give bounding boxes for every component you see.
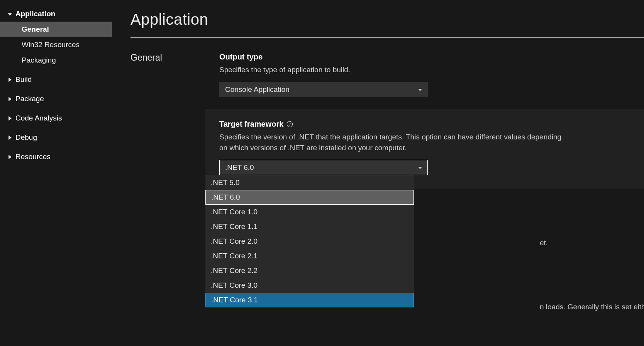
divider: [130, 37, 644, 38]
framework-option[interactable]: .NET Core 2.0: [205, 234, 414, 249]
field-title: Target framework ?: [219, 120, 630, 129]
framework-option[interactable]: .NET 6.0: [205, 190, 414, 205]
target-framework-value: .NET 6.0: [225, 163, 254, 172]
nav-item-label: Code Analysis: [15, 114, 62, 122]
nav-group-application-label: Application: [15, 10, 55, 18]
svg-marker-1: [8, 78, 12, 82]
svg-marker-3: [8, 116, 12, 120]
sidebar-item-label: Packaging: [22, 56, 56, 64]
main-content: Application General Output type Specifie…: [112, 0, 644, 346]
svg-marker-5: [8, 155, 12, 159]
output-type-select[interactable]: Console Application: [219, 82, 428, 97]
chevron-right-icon: [8, 95, 14, 103]
chevron-right-icon: [8, 75, 14, 84]
sidebar-item-label: Win32 Resources: [22, 41, 80, 49]
target-framework-listbox[interactable]: .NET 5.0.NET 6.0.NET Core 1.0.NET Core 1…: [205, 175, 414, 307]
nav-group-resources[interactable]: Resources: [0, 149, 112, 165]
nav-item-label: Resources: [15, 153, 51, 161]
obscured-text-fragment: et.: [540, 239, 548, 247]
output-type-value: Console Application: [225, 85, 290, 94]
sidebar-item-packaging[interactable]: Packaging: [0, 53, 112, 68]
nav-group-code-analysis[interactable]: Code Analysis: [0, 110, 112, 126]
field-output-type: Output type Specifies the type of applic…: [219, 53, 644, 97]
svg-marker-2: [8, 97, 12, 101]
sidebar-item-win32-resources[interactable]: Win32 Resources: [0, 37, 112, 53]
framework-option[interactable]: .NET Core 2.2: [205, 263, 414, 278]
target-framework-select[interactable]: .NET 6.0: [219, 160, 428, 175]
svg-text:?: ?: [289, 122, 291, 126]
section-general: General Output type Specifies the type o…: [130, 53, 644, 197]
nav-group-package[interactable]: Package: [0, 91, 112, 107]
chevron-down-icon: [418, 163, 422, 172]
svg-marker-4: [8, 136, 12, 140]
framework-option[interactable]: .NET Core 1.1: [205, 219, 414, 234]
chevron-right-icon: [8, 153, 14, 161]
framework-option[interactable]: .NET Core 1.0: [205, 205, 414, 219]
help-icon[interactable]: ?: [286, 121, 293, 127]
chevron-right-icon: [8, 114, 14, 122]
chevron-down-icon: [8, 10, 14, 18]
sidebar-item-general[interactable]: General: [0, 22, 112, 37]
sidebar-item-label: General: [22, 25, 49, 34]
svg-marker-0: [8, 13, 12, 16]
sidebar: Application General Win32 Resources Pack…: [0, 0, 112, 346]
fields: Output type Specifies the type of applic…: [219, 53, 644, 197]
chevron-down-icon: [418, 85, 422, 94]
nav-group-build[interactable]: Build: [0, 72, 112, 87]
page-title: Application: [130, 11, 644, 28]
nav-group-application[interactable]: Application: [0, 6, 112, 22]
obscured-text-fragment: n loads. Generally this is set either to: [540, 303, 644, 311]
nav-group-debug[interactable]: Debug: [0, 130, 112, 145]
field-title-text: Target framework: [219, 120, 283, 129]
nav-item-label: Package: [15, 95, 44, 103]
svg-marker-6: [418, 89, 422, 91]
field-title: Output type: [219, 53, 644, 61]
field-desc: Specifies the version of .NET that the a…: [219, 132, 567, 154]
field-desc: Specifies the type of application to bui…: [219, 64, 567, 76]
framework-option[interactable]: .NET Core 3.0: [205, 278, 414, 293]
framework-option[interactable]: .NET 5.0: [205, 175, 414, 190]
framework-option[interactable]: .NET Core 2.1: [205, 249, 414, 263]
nav-item-label: Debug: [15, 133, 37, 142]
chevron-right-icon: [8, 133, 14, 142]
framework-option[interactable]: .NET Core 3.1: [205, 293, 414, 307]
nav-item-label: Build: [15, 75, 32, 84]
field-target-framework: Target framework ? Specifies the version…: [205, 109, 644, 189]
svg-marker-9: [418, 167, 422, 169]
